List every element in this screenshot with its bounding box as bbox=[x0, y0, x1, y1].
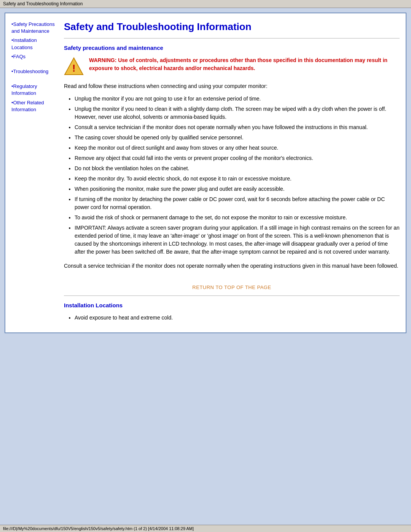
return-to-top: RETURN TO TOP OF THE PAGE bbox=[64, 278, 400, 296]
list-item: If turning off the monitor by detaching … bbox=[75, 195, 400, 211]
sidebar-item-faqs[interactable]: •FAQs bbox=[11, 53, 57, 60]
list-item: To avoid the risk of shock or permanent … bbox=[75, 214, 400, 222]
browser-title: Safety and Troubleshooting Information bbox=[3, 1, 83, 6]
list-item: Avoid exposure to heat and extreme cold. bbox=[75, 314, 400, 322]
list-item: Remove any object that could fall into t… bbox=[75, 154, 400, 162]
return-to-top-link[interactable]: RETURN TO TOP OF THE PAGE bbox=[192, 284, 271, 290]
warning-icon: ! bbox=[64, 56, 84, 76]
nav-group-safety: •Safety Precautions and Maintenance bbox=[11, 21, 57, 35]
list-item: The casing cover should be opened only b… bbox=[75, 134, 400, 142]
nav-group-troubleshooting: •Troubleshooting bbox=[11, 68, 57, 75]
list-item: Consult a service technician if the moni… bbox=[75, 123, 400, 131]
sidebar-item-other[interactable]: •Other Related Information bbox=[11, 99, 57, 113]
safety-section: Safety precautions and maintenance ! WAR… bbox=[64, 45, 400, 296]
svg-text:!: ! bbox=[72, 62, 76, 74]
install-list: Avoid exposure to heat and extreme cold. bbox=[75, 314, 400, 322]
sidebar-item-troubleshooting[interactable]: •Troubleshooting bbox=[11, 68, 57, 75]
list-item: Keep the monitor dry. To avoid electric … bbox=[75, 175, 400, 183]
installation-section-heading: Installation Locations bbox=[64, 302, 400, 308]
installation-section: Installation Locations Avoid exposure to… bbox=[64, 302, 400, 322]
list-item: Unplug the monitor if you are not going … bbox=[75, 95, 400, 103]
top-divider bbox=[64, 38, 400, 38]
safety-intro: Read and follow these instructions when … bbox=[64, 82, 400, 90]
list-item: When positioning the monitor, make sure … bbox=[75, 185, 400, 193]
nav-group-installation: •Installation Locations bbox=[11, 37, 57, 51]
page-title: Safety and Troubleshooting Information bbox=[64, 21, 400, 33]
safety-section-heading: Safety precautions and maintenance bbox=[64, 45, 400, 51]
list-item: IMPORTANT: Always activate a screen save… bbox=[75, 224, 400, 256]
content-frame: •Safety Precautions and Maintenance •Ins… bbox=[5, 13, 406, 333]
safety-list: Unplug the monitor if you are not going … bbox=[75, 95, 400, 256]
consult-text: Consult a service technician if the moni… bbox=[64, 262, 400, 270]
middle-divider bbox=[64, 296, 400, 296]
warning-text: WARNING: Use of controls, adjustments or… bbox=[89, 56, 400, 72]
browser-title-bar: Safety and Troubleshooting Information bbox=[0, 0, 411, 8]
nav-group-faqs: •FAQs bbox=[11, 53, 57, 60]
status-bar: file:///D|/My%20documents/dfu/150V5/engl… bbox=[0, 525, 411, 526]
list-item: Do not block the ventilation holes on th… bbox=[75, 165, 400, 173]
list-item: Keep the monitor out of direct sunlight … bbox=[75, 144, 400, 152]
inner-layout: •Safety Precautions and Maintenance •Ins… bbox=[5, 13, 406, 332]
sidebar-item-regulatory[interactable]: •Regulatory Information bbox=[11, 83, 57, 97]
main-wrapper: •Safety Precautions and Maintenance •Ins… bbox=[0, 8, 411, 526]
sidebar: •Safety Precautions and Maintenance •Ins… bbox=[11, 21, 61, 326]
warning-box: ! WARNING: Use of controls, adjustments … bbox=[64, 56, 400, 76]
sidebar-item-safety[interactable]: •Safety Precautions and Maintenance bbox=[11, 21, 57, 35]
main-content: Safety and Troubleshooting Information S… bbox=[61, 21, 400, 326]
list-item: Unplug the monitor if you need to clean … bbox=[75, 105, 400, 121]
sidebar-item-installation[interactable]: •Installation Locations bbox=[11, 37, 57, 51]
nav-group-other: •Other Related Information bbox=[11, 99, 57, 113]
nav-group-regulatory: •Regulatory Information bbox=[11, 83, 57, 97]
